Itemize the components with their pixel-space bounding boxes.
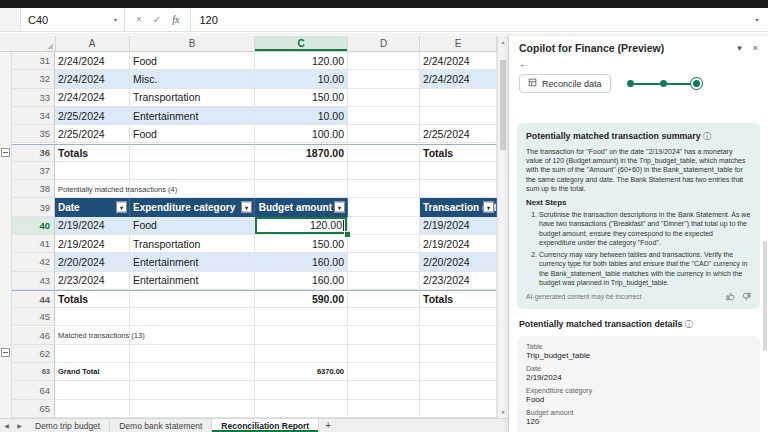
outline-collapse-button[interactable] <box>1 348 10 357</box>
column-header-B[interactable]: B <box>130 36 255 51</box>
cell-C32[interactable]: 10.00 <box>255 70 348 88</box>
cell-A39[interactable]: Date▾ <box>55 198 130 216</box>
cell-A43[interactable]: 2/23/2024 <box>55 272 130 290</box>
row-header-41[interactable]: 41 <box>12 235 55 253</box>
cell-A31[interactable]: 2/24/2024 <box>55 52 130 70</box>
row-header-31[interactable]: 31 <box>12 52 55 70</box>
row-header-38[interactable]: 38 <box>12 180 55 198</box>
sheet-tab-demo-bank-statement[interactable]: Demo bank statement <box>110 419 212 432</box>
cell-C42[interactable]: 160.00 <box>255 253 348 271</box>
row-header-44[interactable]: 44 <box>12 290 55 308</box>
cell-D33[interactable] <box>348 89 420 107</box>
cell-E63[interactable] <box>420 363 497 381</box>
cell-D32[interactable] <box>348 70 420 88</box>
cell-E46[interactable] <box>420 327 497 345</box>
filter-icon[interactable]: ▾ <box>334 202 345 213</box>
thumbs-down-icon[interactable] <box>742 292 751 301</box>
row-header-42[interactable]: 42 <box>12 253 55 271</box>
cell-D37[interactable] <box>348 162 420 180</box>
cell-A40[interactable]: 2/19/2024 <box>55 217 130 235</box>
cell-B40[interactable]: Food <box>130 217 255 235</box>
cell-A35[interactable]: 2/25/2024 <box>55 125 130 143</box>
info-icon[interactable]: ⓘ <box>685 320 693 329</box>
cell-C64[interactable] <box>255 381 348 399</box>
cell-C41[interactable]: 150.00 <box>255 235 348 253</box>
cell-C31[interactable]: 120.00 <box>255 52 348 70</box>
cell-B31[interactable]: Food <box>130 52 255 70</box>
row-header-39[interactable]: 39 <box>12 198 55 216</box>
row-header-32[interactable]: 32 <box>12 70 55 88</box>
filter-icon[interactable]: ▾ <box>241 202 252 213</box>
cell-C63[interactable]: 6370.00 <box>255 363 348 381</box>
tab-nav-left-icon[interactable]: ◀ <box>0 419 13 432</box>
cell-C65[interactable] <box>255 400 348 418</box>
cell-C38[interactable] <box>255 180 348 198</box>
scroll-up-icon[interactable]: ▲ <box>498 37 508 47</box>
cell-A32[interactable]: 2/24/2024 <box>55 70 130 88</box>
filter-icon[interactable]: ▾ <box>116 202 127 213</box>
vertical-scrollbar[interactable]: ▲ ▼ <box>497 36 508 418</box>
back-icon[interactable]: ← <box>519 58 529 69</box>
copilot-scrollbar[interactable] <box>763 241 767 351</box>
column-header-D[interactable]: D <box>348 36 420 51</box>
cell-E34[interactable] <box>420 107 497 125</box>
cell-D39[interactable] <box>348 198 420 216</box>
row-header-46[interactable]: 46 <box>12 327 55 345</box>
select-all-corner[interactable] <box>0 36 56 51</box>
cell-A65[interactable] <box>55 400 130 418</box>
reconcile-data-chip[interactable]: Reconcile data <box>519 74 611 93</box>
cell-D62[interactable] <box>348 345 420 363</box>
sheet-grid[interactable]: 312/24/2024Food120.002/24/2024322/24/202… <box>12 52 497 418</box>
row-header-33[interactable]: 33 <box>12 89 55 107</box>
cell-E40[interactable]: 2/19/2024 <box>420 217 497 235</box>
cell-D41[interactable] <box>348 235 420 253</box>
cell-B64[interactable] <box>130 381 255 399</box>
sheet-tab-demo-trip-budget[interactable]: Demo trip budget <box>26 419 110 432</box>
formula-bar-expand-icon[interactable]: ▾ <box>746 16 768 23</box>
cell-E31[interactable]: 2/24/2024 <box>420 52 497 70</box>
cell-B39[interactable]: Expenditure category▾ <box>130 198 255 216</box>
cell-E42[interactable]: 2/20/2024 <box>420 253 497 271</box>
cell-A33[interactable]: 2/24/2024 <box>55 89 130 107</box>
cell-B35[interactable]: Food <box>130 125 255 143</box>
row-header-63[interactable]: 63 <box>12 363 55 381</box>
scrollbar-thumb[interactable] <box>500 60 506 150</box>
confirm-icon[interactable]: ✓ <box>153 15 161 25</box>
cell-B44[interactable] <box>130 290 255 308</box>
row-header-37[interactable]: 37 <box>12 162 55 180</box>
cell-D45[interactable] <box>348 308 420 326</box>
panel-close-icon[interactable]: × <box>753 43 758 53</box>
row-header-43[interactable]: 43 <box>12 272 55 290</box>
cell-E62[interactable] <box>420 345 497 363</box>
cell-C40[interactable]: 120.00 <box>255 217 348 235</box>
cell-A46[interactable] <box>55 327 130 345</box>
cell-E65[interactable] <box>420 400 497 418</box>
cell-D34[interactable] <box>348 107 420 125</box>
cancel-icon[interactable]: × <box>136 15 142 25</box>
row-header-35[interactable]: 35 <box>12 125 55 143</box>
cell-C43[interactable]: 160.00 <box>255 272 348 290</box>
cell-D42[interactable] <box>348 253 420 271</box>
add-sheet-button[interactable]: + <box>319 419 337 432</box>
cell-D36[interactable] <box>348 144 420 162</box>
cell-D46[interactable] <box>348 327 420 345</box>
cell-E45[interactable] <box>420 308 497 326</box>
cell-C33[interactable]: 150.00 <box>255 89 348 107</box>
cell-E39[interactable]: Transaction date▾ <box>420 198 497 216</box>
cell-B43[interactable]: Entertainment <box>130 272 255 290</box>
cell-B38[interactable] <box>130 180 255 198</box>
fx-icon[interactable]: fx <box>172 15 179 25</box>
row-header-36[interactable]: 36 <box>12 144 55 162</box>
cell-E37[interactable] <box>420 162 497 180</box>
cell-E35[interactable]: 2/25/2024 <box>420 125 497 143</box>
row-header-40[interactable]: 40 <box>12 217 55 235</box>
cell-A63[interactable]: Grand Total <box>55 363 130 381</box>
cell-B42[interactable]: Entertainment <box>130 253 255 271</box>
sheet-tab-reconciliation-report[interactable]: Reconciliation Report <box>212 419 319 432</box>
cell-E33[interactable] <box>420 89 497 107</box>
row-header-62[interactable]: 62 <box>12 345 55 363</box>
cell-E32[interactable]: 2/24/2024 <box>420 70 497 88</box>
cell-C46[interactable] <box>255 327 348 345</box>
cell-D44[interactable] <box>348 290 420 308</box>
cell-C44[interactable]: 590.00 <box>255 290 348 308</box>
